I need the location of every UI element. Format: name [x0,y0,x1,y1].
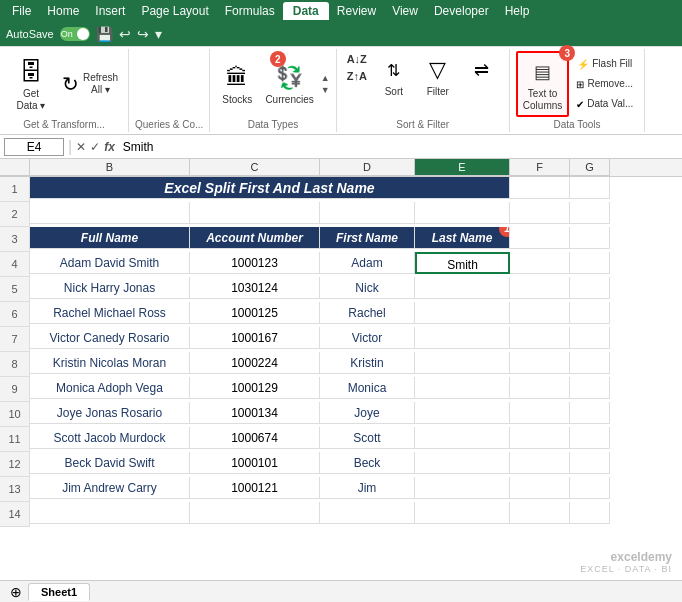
cell-g7[interactable] [570,327,610,349]
cell-f2[interactable] [510,202,570,224]
get-data-button[interactable]: 🗄 GetData ▾ [6,53,56,115]
menu-view[interactable]: View [384,2,426,20]
cell-g11[interactable] [570,427,610,449]
cell-c7[interactable]: 1000167 [190,327,320,349]
cell-e8[interactable] [415,352,510,374]
advanced-filter-button[interactable]: ⇌ [461,51,503,89]
cell-f6[interactable] [510,302,570,324]
menu-file[interactable]: File [4,2,39,20]
cell-e7[interactable] [415,327,510,349]
cell-d13[interactable]: Jim [320,477,415,499]
cell-d14[interactable] [320,502,415,524]
cell-f8[interactable] [510,352,570,374]
cell-c6[interactable]: 1000125 [190,302,320,324]
cell-b8[interactable]: Kristin Nicolas Moran [30,352,190,374]
cell-e4[interactable]: Smith [415,252,510,274]
cell-e10[interactable] [415,402,510,424]
cell-e13[interactable] [415,477,510,499]
cell-c3[interactable]: Account Number [190,227,320,249]
cell-f4[interactable] [510,252,570,274]
cell-f9[interactable] [510,377,570,399]
cell-d12[interactable]: Beck [320,452,415,474]
menu-home[interactable]: Home [39,2,87,20]
refresh-all-button[interactable]: ↻ RefreshAll ▾ [58,70,122,98]
cell-f12[interactable] [510,452,570,474]
cell-g8[interactable] [570,352,610,374]
menu-formulas[interactable]: Formulas [217,2,283,20]
cell-b4[interactable]: Adam David Smith [30,252,190,274]
cell-g1[interactable] [570,177,610,199]
autosave-toggle[interactable]: On [60,27,90,41]
currencies-button[interactable]: 💱 Currencies [260,59,318,109]
stocks-button[interactable]: 🏛 Stocks [216,59,258,109]
cell-g2[interactable] [570,202,610,224]
cell-g4[interactable] [570,252,610,274]
col-header-f[interactable]: F [510,159,570,176]
function-icon[interactable]: fx [104,140,115,154]
sort-za-button[interactable]: Z↑A [343,68,371,84]
menu-help[interactable]: Help [497,2,538,20]
cell-c13[interactable]: 1000121 [190,477,320,499]
cell-c2[interactable] [190,202,320,224]
cell-g6[interactable] [570,302,610,324]
col-header-g[interactable]: G [570,159,610,176]
col-header-c[interactable]: C [190,159,320,176]
undo-icon[interactable]: ↩ [119,26,131,42]
cell-c10[interactable]: 1000134 [190,402,320,424]
cell-b14[interactable] [30,502,190,524]
cell-c9[interactable]: 1000129 [190,377,320,399]
sheet-tab-1[interactable]: Sheet1 [28,583,90,601]
menu-insert[interactable]: Insert [87,2,133,20]
cell-b5[interactable]: Nick Harry Jonas [30,277,190,299]
col-header-d[interactable]: D [320,159,415,176]
cell-g9[interactable] [570,377,610,399]
cell-e12[interactable] [415,452,510,474]
menu-review[interactable]: Review [329,2,384,20]
flash-fill-button[interactable]: ⚡ Flash Fill [571,55,638,73]
cell-b11[interactable]: Scott Jacob Murdock [30,427,190,449]
cell-c4[interactable]: 1000123 [190,252,320,274]
cell-e14[interactable] [415,502,510,524]
cell-f11[interactable] [510,427,570,449]
cell-b9[interactable]: Monica Adoph Vega [30,377,190,399]
cell-b2[interactable] [30,202,190,224]
cell-d2[interactable] [320,202,415,224]
cell-f1[interactable] [510,177,570,199]
cell-e3[interactable]: Last Name 1 [415,227,510,249]
cell-b6[interactable]: Rachel Michael Ross [30,302,190,324]
data-validation-button[interactable]: ✔ Data Val... [571,95,638,113]
cell-d8[interactable]: Kristin [320,352,415,374]
cell-f7[interactable] [510,327,570,349]
redo-icon[interactable]: ↪ [137,26,149,42]
cell-c12[interactable]: 1000101 [190,452,320,474]
cell-g12[interactable] [570,452,610,474]
cell-g5[interactable] [570,277,610,299]
cell-f10[interactable] [510,402,570,424]
cell-f5[interactable] [510,277,570,299]
cell-d11[interactable]: Scott [320,427,415,449]
cell-f13[interactable] [510,477,570,499]
cell-b12[interactable]: Beck David Swift [30,452,190,474]
cell-g14[interactable] [570,502,610,524]
cell-d10[interactable]: Joye [320,402,415,424]
menu-page-layout[interactable]: Page Layout [133,2,216,20]
cell-f3[interactable] [510,227,570,249]
menu-developer[interactable]: Developer [426,2,497,20]
cell-b7[interactable]: Victor Canedy Rosario [30,327,190,349]
cell-d7[interactable]: Victor [320,327,415,349]
cell-d6[interactable]: Rachel [320,302,415,324]
name-box[interactable] [4,138,64,156]
save-icon[interactable]: 💾 [96,26,113,42]
type-down-arrow[interactable]: ▼ [321,85,330,95]
cell-e5[interactable] [415,277,510,299]
filter-button[interactable]: ▽ Filter [417,51,459,101]
menu-data[interactable]: Data [283,2,329,20]
cell-g3[interactable] [570,227,610,249]
remove-duplicates-button[interactable]: ⊞ Remove... [571,75,638,93]
cell-e11[interactable] [415,427,510,449]
cell-b13[interactable]: Jim Andrew Carry [30,477,190,499]
cell-e6[interactable] [415,302,510,324]
cell-c5[interactable]: 1030124 [190,277,320,299]
cell-e2[interactable] [415,202,510,224]
col-header-e[interactable]: E [415,159,510,176]
